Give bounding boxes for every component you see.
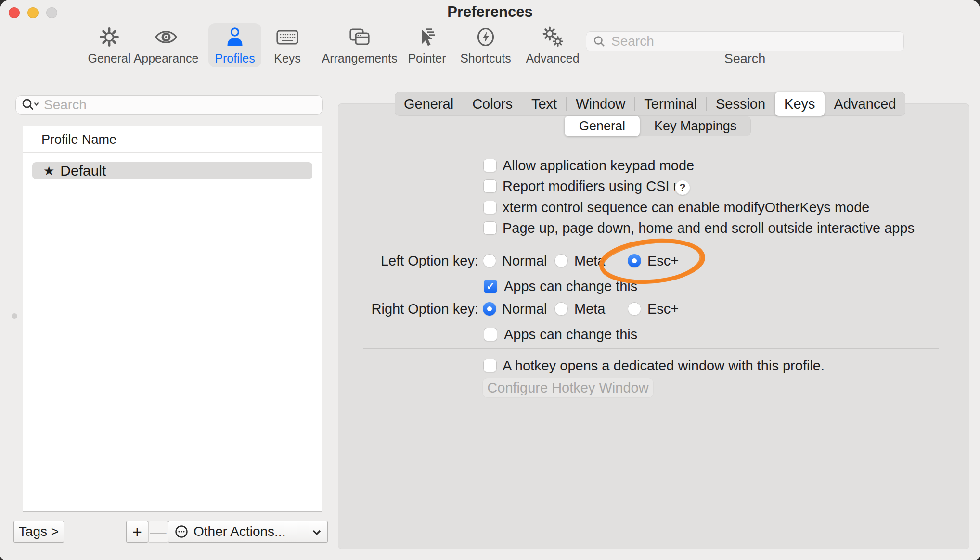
header-divider (23, 152, 322, 153)
radio-label: Meta (574, 254, 605, 268)
checkbox-hotkey-window[interactable] (483, 359, 497, 372)
radio-right-option-esc[interactable] (628, 302, 641, 316)
checkbox-label: Allow application keypad mode (503, 158, 694, 173)
lightning-icon (474, 23, 497, 51)
search-icon (593, 35, 606, 48)
toolbar-search-caption: Search (586, 51, 904, 66)
ellipsis-circle-icon (174, 524, 189, 539)
subtab-key-mappings[interactable]: Key Mappings (640, 116, 751, 136)
tab-colors[interactable]: Colors (463, 92, 522, 116)
toolbar-label-keys: Keys (274, 51, 301, 65)
radio-label: Normal (502, 254, 547, 268)
right-option-key-label: Right Option key: (334, 302, 478, 316)
radio-right-option-meta[interactable] (554, 302, 568, 316)
toolbar-item-appearance[interactable]: Appearance (130, 23, 202, 67)
tab-terminal[interactable]: Terminal (635, 92, 706, 116)
toolbar-label-shortcuts: Shortcuts (460, 51, 511, 65)
checkbox-label: xterm control sequence can enable modify… (503, 200, 869, 215)
configure-hotkey-window-button: Configure Hotkey Window (482, 378, 654, 398)
checkbox-modify-other-keys[interactable] (483, 201, 497, 214)
cursor-icon (416, 23, 438, 51)
checkbox-label: A hotkey opens a dedicated window with t… (503, 358, 825, 373)
profile-row-default[interactable]: ★ Default (32, 162, 312, 179)
other-actions-label: Other Actions... (193, 524, 285, 539)
profile-tab-bar: General Colors Text Window Terminal Sess… (395, 92, 905, 116)
add-profile-button[interactable]: + (126, 521, 148, 543)
toolbar-item-pointer[interactable]: Pointer (403, 23, 451, 67)
checkbox-label: Page up, page down, home and end scroll … (503, 221, 915, 235)
other-actions-dropdown[interactable]: Other Actions... (168, 521, 328, 543)
profile-search-field[interactable] (15, 95, 323, 115)
tab-advanced[interactable]: Advanced (825, 92, 905, 116)
search-with-options-icon (22, 98, 39, 112)
gear-icon (98, 23, 121, 51)
person-icon (224, 23, 246, 51)
profile-name: Default (60, 163, 106, 179)
left-option-key-label: Left Option key: (334, 254, 478, 268)
toolbar-divider (0, 73, 980, 73)
gears-icon (541, 23, 565, 51)
window-title: Preferences (0, 3, 980, 21)
checkbox-application-keypad[interactable] (483, 159, 497, 172)
preferences-window: Preferences General Appearance (0, 0, 980, 560)
radio-right-option-normal[interactable] (483, 302, 496, 316)
checkbox-label: Apps can change this (504, 327, 637, 342)
toolbar-item-advanced[interactable]: Advanced (519, 23, 586, 67)
subtab-general[interactable]: General (565, 116, 640, 136)
tab-general[interactable]: General (395, 92, 463, 116)
checkbox-scroll-outside-apps[interactable] (483, 221, 497, 235)
toolbar-label-general: General (88, 51, 131, 65)
radio-left-option-meta[interactable] (554, 254, 568, 267)
toolbar-label-arrangements: Arrangements (322, 51, 397, 65)
toolbar-item-shortcuts[interactable]: Shortcuts (454, 23, 517, 67)
tab-session[interactable]: Session (707, 92, 774, 116)
section-divider (363, 348, 939, 349)
toolbar-item-arrangements[interactable]: Arrangements (319, 23, 400, 67)
toolbar-item-profiles[interactable]: Profiles (208, 23, 261, 67)
checkbox-label: Apps can change this (504, 279, 637, 293)
radio-label: Esc+ (647, 302, 679, 316)
checkbox-csi-u[interactable] (483, 179, 497, 193)
profile-list-header: Profile Name (41, 132, 116, 147)
radio-left-option-normal[interactable] (483, 254, 496, 267)
tags-button[interactable]: Tags > (13, 521, 64, 543)
toolbar-label-pointer: Pointer (408, 51, 446, 65)
checkbox-left-apps-can-change[interactable]: ✓ (484, 280, 497, 293)
keyboard-icon (275, 23, 299, 51)
remove-profile-button: — (148, 521, 168, 543)
help-button[interactable]: ? (675, 180, 690, 195)
tab-keys[interactable]: Keys (775, 92, 824, 116)
eye-icon (154, 23, 178, 51)
toolbar-search-input[interactable] (610, 33, 882, 50)
toolbar-label-appearance: Appearance (134, 51, 199, 65)
profile-search-input[interactable] (43, 97, 305, 113)
radio-label: Esc+ (647, 254, 679, 268)
checkbox-label: Report modifiers using CSI u (503, 179, 681, 193)
windows-icon (348, 23, 372, 51)
radio-label: Normal (502, 302, 547, 316)
window-edge-dot (12, 313, 17, 319)
toolbar-label-advanced: Advanced (526, 51, 579, 65)
radio-left-option-esc[interactable] (628, 254, 641, 267)
toolbar-search-field[interactable] (586, 31, 904, 51)
check-icon: ✓ (486, 280, 495, 292)
section-divider (363, 242, 939, 242)
tab-text[interactable]: Text (522, 92, 566, 116)
default-star-icon: ★ (43, 164, 54, 178)
radio-label: Meta (574, 302, 605, 316)
chevron-down-icon (312, 524, 322, 539)
toolbar-label-profiles: Profiles (215, 51, 255, 65)
toolbar-item-keys[interactable]: Keys (266, 23, 309, 67)
checkbox-right-apps-can-change[interactable] (484, 328, 497, 341)
profile-list: Profile Name ★ Default (23, 126, 322, 512)
tab-window[interactable]: Window (567, 92, 634, 116)
keys-subtab-bar: General Key Mappings (565, 116, 751, 136)
